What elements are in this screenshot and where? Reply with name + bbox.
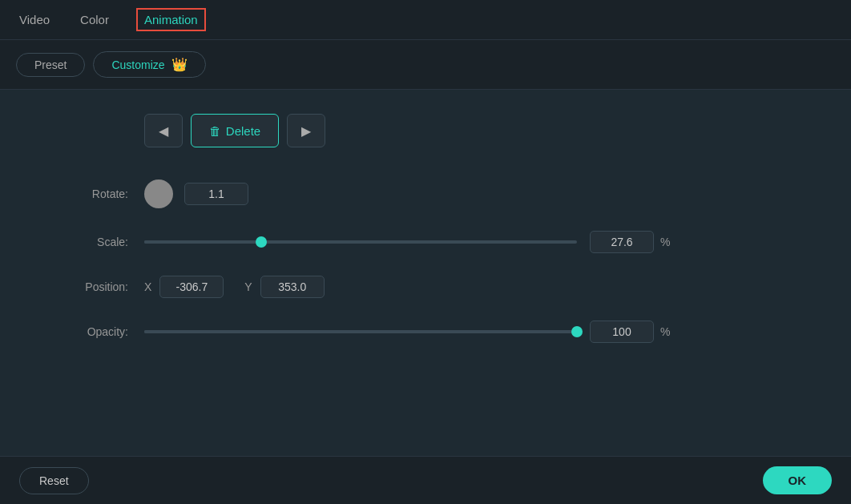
trash-icon: 🗑 — [209, 124, 221, 138]
opacity-label: Opacity: — [32, 325, 144, 338]
nav-tab-color[interactable]: Color — [77, 8, 112, 31]
scale-input[interactable] — [590, 231, 654, 253]
opacity-row: Opacity: % — [32, 321, 819, 343]
scale-unit: % — [660, 236, 676, 248]
rotate-label: Rotate: — [32, 187, 144, 200]
subtab-customize[interactable]: Customize 👑 — [93, 51, 205, 78]
main-content: ◀ 🗑 Delete ▶ Rotate: Scale: % Position: … — [0, 90, 851, 461]
scale-slider-track[interactable] — [144, 240, 577, 244]
y-axis-label: Y — [244, 280, 252, 293]
rotate-toggle[interactable] — [144, 179, 173, 208]
back-button[interactable]: ◀ — [144, 114, 183, 147]
x-axis-label: X — [144, 280, 151, 293]
position-row: Position: X Y — [32, 276, 819, 298]
subtab-preset[interactable]: Preset — [16, 53, 85, 77]
ok-button[interactable]: OK — [763, 466, 833, 494]
bottom-bar: Reset OK — [0, 456, 851, 504]
top-nav: Video Color Animation — [0, 0, 851, 40]
scale-label: Scale: — [32, 236, 144, 248]
nav-tab-video[interactable]: Video — [16, 8, 53, 31]
crown-icon: 👑 — [171, 58, 188, 71]
position-label: Position: — [32, 280, 144, 293]
position-group: X Y — [144, 276, 325, 298]
rotate-row: Rotate: — [32, 179, 819, 208]
reset-button[interactable]: Reset — [19, 467, 89, 494]
opacity-input[interactable] — [590, 321, 654, 343]
opacity-unit: % — [660, 325, 676, 338]
scale-row: Scale: % — [32, 231, 819, 253]
action-row: ◀ 🗑 Delete ▶ — [144, 114, 819, 147]
opacity-slider-track[interactable] — [144, 330, 577, 333]
nav-tab-animation[interactable]: Animation — [136, 8, 206, 31]
subtab-row: Preset Customize 👑 — [0, 40, 851, 90]
forward-button[interactable]: ▶ — [287, 114, 325, 147]
position-x-input[interactable] — [159, 276, 224, 298]
position-y-input[interactable] — [260, 276, 325, 298]
rotate-input[interactable] — [184, 183, 248, 205]
delete-button[interactable]: 🗑 Delete — [191, 114, 279, 147]
